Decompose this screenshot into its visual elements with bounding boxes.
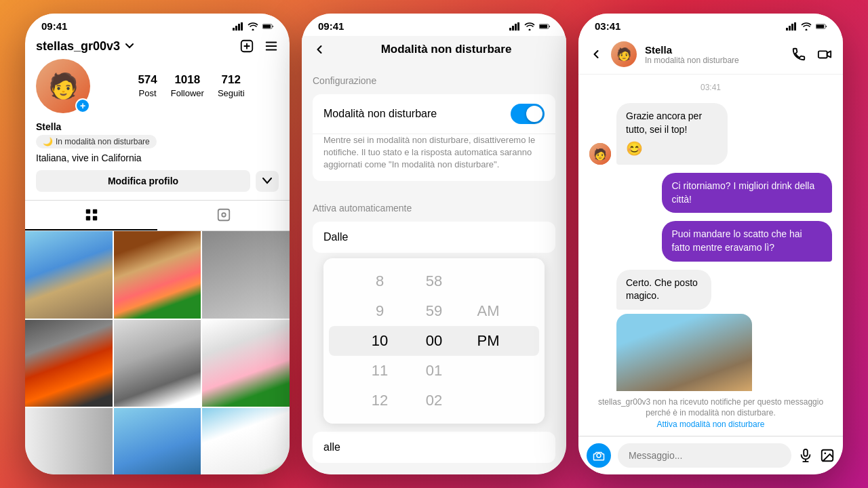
msg-input-icons <box>798 448 835 463</box>
msg-time-divider: 03:41 <box>578 75 843 98</box>
dnd-status-badge: 🌙 In modalità non disturbare <box>36 135 157 148</box>
microphone-icon[interactable] <box>798 448 813 463</box>
bubble-4: Certo. Che posto magico. <box>616 270 711 310</box>
avatar-wrap: 🧑 + <box>36 59 90 113</box>
grid-photo-3[interactable] <box>202 231 290 319</box>
dnd-page-title: Modalità non disturbare <box>337 43 555 56</box>
dnd-auto-section: Attiva automaticamente Dalle 8 9 10 11 1… <box>302 192 566 474</box>
msg-bubble-group-1: Grazie ancora per tutto, sei il top! 😊 <box>616 103 775 165</box>
svg-rect-9 <box>85 216 90 220</box>
config-section-title: Configurazione <box>313 75 555 86</box>
messages-list: 🧑 Grazie ancora per tutto, sei il top! 😊… <box>578 98 843 391</box>
wifi-icon <box>248 22 258 30</box>
msg-bubble-group-2: Certo. Che posto magico. <box>616 270 752 391</box>
stat-followers: 1018 Follower <box>171 73 204 99</box>
tag-icon <box>216 207 231 222</box>
svg-rect-2 <box>238 24 240 30</box>
msg-avatar-1: 🧑 <box>589 143 611 165</box>
hour-8: 8 <box>353 266 407 296</box>
grid-photo-7[interactable] <box>25 408 113 474</box>
period-col[interactable]: AM PM <box>461 266 515 415</box>
msg-photo <box>616 314 752 391</box>
contact-status: In modalità non disturbare <box>645 56 783 65</box>
dnd-toggle-label: Modalità non disturbare <box>323 108 511 120</box>
contact-name: Stella <box>645 44 783 56</box>
grid-photo-6[interactable] <box>202 320 290 407</box>
message-input[interactable] <box>618 443 791 468</box>
battery-icon-3 <box>816 22 827 30</box>
svg-rect-28 <box>791 24 793 30</box>
bubble-text-4: Certo. Che posto magico. <box>626 277 698 302</box>
svg-rect-20 <box>509 28 511 30</box>
bubble-2: Ci ritorniamo? I migliori drink della ci… <box>662 173 832 213</box>
grid-photo-2[interactable] <box>114 231 201 319</box>
grid-photo-4[interactable] <box>25 320 113 407</box>
svg-point-36 <box>824 452 826 454</box>
toggle-knob <box>526 106 542 122</box>
signal-icon <box>233 22 243 30</box>
edit-profile-button[interactable]: Modifica profilo <box>36 170 250 192</box>
minutes-col[interactable]: 58 59 00 01 02 <box>407 266 461 415</box>
dnd-notice: stellas_gr00v3 non ha ricevuto notifiche… <box>578 391 843 436</box>
svg-rect-7 <box>85 209 90 214</box>
bubble-text-2: Ci ritorniamo? I migliori drink della ci… <box>671 180 814 205</box>
avatar-add-button[interactable]: + <box>75 98 90 113</box>
phone-dnd: 09:41 Modali <box>302 14 566 474</box>
image-icon[interactable] <box>820 448 835 463</box>
grid-photo-8[interactable] <box>114 408 201 474</box>
dnd-toggle[interactable] <box>511 104 545 124</box>
period-am: AM <box>461 296 515 326</box>
svg-rect-31 <box>816 24 825 28</box>
contact-avatar: 🧑 <box>611 41 637 67</box>
dnd-to-row: alle <box>313 432 555 463</box>
dnd-topbar: Modalità non disturbare <box>302 36 566 64</box>
tab-tagged[interactable] <box>157 201 290 230</box>
svg-rect-34 <box>804 449 808 456</box>
grid-icon <box>84 207 99 222</box>
add-square-icon[interactable] <box>239 39 254 54</box>
grid-photo-9[interactable] <box>202 408 290 474</box>
profile-info: 🧑 + 574 Post 1018 Follower 712 Seguiti <box>25 59 290 121</box>
dnd-content: Modalità non disturbare Configurazione M… <box>302 36 566 474</box>
signal-icon-3 <box>786 22 797 30</box>
svg-rect-11 <box>218 209 229 221</box>
grid-photo-1[interactable] <box>25 231 113 319</box>
svg-rect-5 <box>263 24 271 28</box>
profile-name: Stella <box>25 121 290 135</box>
stat-posts: 574 Post <box>138 73 157 99</box>
tab-grid[interactable] <box>25 201 157 230</box>
msg-photo-container <box>616 314 752 391</box>
call-icon[interactable] <box>791 47 806 62</box>
svg-rect-23 <box>517 22 519 30</box>
posts-count: 574 <box>138 73 157 87</box>
status-icons-2 <box>509 22 550 30</box>
dnd-badge-text: In modalità non disturbare <box>56 137 150 146</box>
phone-profile: 09:41 stellas_gr00v3 <box>25 14 290 474</box>
back-icon[interactable] <box>313 43 326 56</box>
from-label: Dalle <box>323 231 545 243</box>
dnd-config-card: Modalità non disturbare Mentre sei in mo… <box>313 94 555 181</box>
camera-button[interactable] <box>587 443 611 468</box>
dnd-from-row: Dalle <box>313 222 555 253</box>
svg-point-33 <box>597 453 601 458</box>
followers-count: 1018 <box>171 73 204 87</box>
video-icon[interactable] <box>817 47 832 62</box>
chevron-down-icon <box>125 43 134 49</box>
menu-icon[interactable] <box>264 39 279 54</box>
hour-10: 10 <box>353 326 407 356</box>
chevron-down-icon <box>262 178 272 184</box>
back-icon-msg[interactable] <box>589 47 603 61</box>
period-empty-1 <box>461 266 515 296</box>
period-empty-2 <box>461 356 515 386</box>
msg-topbar: 🧑 Stella In modalità non disturbare <box>578 36 843 75</box>
period-empty-3 <box>461 386 515 415</box>
dropdown-button[interactable] <box>256 171 279 192</box>
grid-photo-5[interactable] <box>114 320 201 407</box>
posts-label: Post <box>139 88 157 98</box>
msg-row-4: 🧑 Certo. Che posto magico. <box>589 270 832 391</box>
dnd-activate-link[interactable]: Attiva modalità non disturbare <box>592 419 829 430</box>
hours-col[interactable]: 8 9 10 11 12 <box>353 266 407 415</box>
profile-content: stellas_gr00v3 🧑 + <box>25 36 290 474</box>
battery-icon-2 <box>539 22 550 30</box>
bubble-emoji-1: 😊 <box>626 139 718 158</box>
